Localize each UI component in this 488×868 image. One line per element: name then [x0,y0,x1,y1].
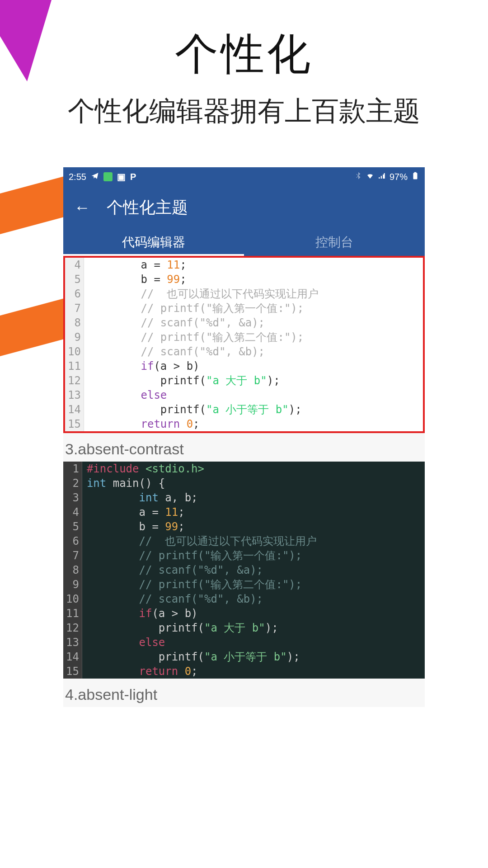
signal-icon [378,172,386,182]
theme-label-4: 4.absent-light [65,686,425,703]
bluetooth-icon [354,172,362,182]
tab-console[interactable]: 控制台 [244,229,425,256]
wifi-icon [366,172,374,182]
page-title: 个性化 [0,25,488,84]
theme-preview-light[interactable]: 456789101112131415 a = 11; b = 99; // 也可… [63,256,425,433]
status-bar: 2:55 ▣ P 97% [63,167,425,186]
decor-triangle-purple [0,0,54,81]
svg-rect-0 [413,173,418,179]
theme-preview-dark[interactable]: 123456789101112131415 #include <stdio.h>… [63,462,425,679]
calendar-icon: ▣ [117,171,126,182]
tab-bar: 代码编辑器 控制台 [63,229,425,256]
line-gutter-light: 456789101112131415 [65,258,84,431]
phone-mockup: 2:55 ▣ P 97% ← 个性化主题 [63,167,425,707]
code-body-light: a = 11; b = 99; // 也可以通过以下代码实现让用户 // pri… [84,258,319,431]
theme-label-3: 3.absent-contrast [65,440,425,458]
code-body-dark: #include <stdio.h>int main() { int a, b;… [82,462,317,679]
line-gutter-dark: 123456789101112131415 [63,462,82,679]
telegram-icon [91,172,99,182]
page-subtitle: 个性化编辑器拥有上百款主题 [0,93,488,130]
svg-rect-1 [414,172,417,173]
app-icon-green [103,172,113,181]
decor-stripe-orange-2 [0,299,63,366]
status-time: 2:55 [69,172,86,182]
battery-percent: 97% [389,172,408,182]
battery-icon [411,172,419,182]
decor-stripe-orange-1 [0,177,63,244]
appbar-title: 个性化主题 [107,197,188,219]
app-bar: ← 个性化主题 [63,186,425,229]
p-icon: P [130,172,136,182]
tab-code-editor[interactable]: 代码编辑器 [63,229,244,256]
back-button[interactable]: ← [74,198,90,217]
